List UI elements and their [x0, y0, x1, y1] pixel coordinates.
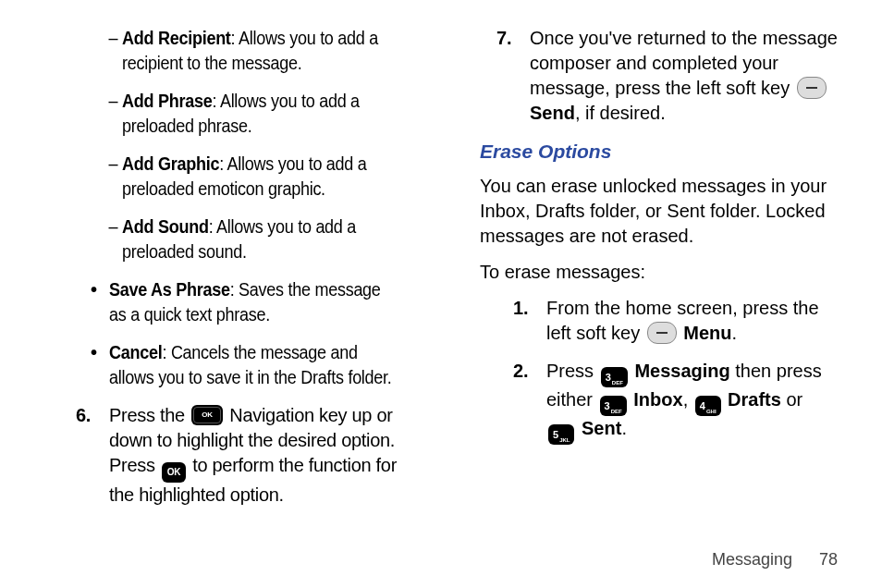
term: Save As Phrase [109, 279, 230, 300]
bold-label: Send [530, 103, 575, 123]
step-number: 6. [76, 403, 91, 428]
section-name: Messaging [712, 550, 792, 569]
key-3def-icon: 3DEF [600, 396, 627, 416]
text: Once you've returned to the message comp… [530, 28, 838, 98]
erase-step-1: 1. From the home screen, press the left … [513, 296, 845, 346]
text: . [732, 323, 738, 343]
key-3def-icon: 3DEF [601, 367, 628, 387]
text: or [781, 389, 802, 410]
text: , if desired. [575, 103, 666, 123]
bold-label: Messaging [634, 361, 729, 381]
bold-label: Sent [582, 418, 621, 438]
step-number: 1. [513, 296, 529, 321]
right-column: 7. Once you've returned to the message c… [458, 26, 845, 521]
page-number: 78 [819, 550, 838, 569]
opt-add-recipient: – Add Recipient: Allows you to add a rec… [122, 26, 424, 76]
bold-label: Inbox [633, 389, 682, 410]
step-7: 7. Once you've returned to the message c… [496, 26, 845, 126]
erase-intro-2: To erase messages: [480, 260, 845, 285]
opt-add-phrase: – Add Phrase: Allows you to add a preloa… [122, 89, 424, 139]
page-footer: Messaging 78 [712, 550, 838, 570]
opt-save-phrase: Save As Phrase: Saves the message as a q… [91, 277, 424, 327]
left-column: – Add Recipient: Allows you to add a rec… [37, 26, 424, 521]
opt-add-graphic: – Add Graphic: Allows you to add a prelo… [122, 152, 424, 202]
step-number: 7. [496, 26, 512, 51]
text: , [683, 389, 693, 410]
opt-add-sound: – Add Sound: Allows you to add a preload… [122, 214, 424, 264]
term: Add Sound [122, 216, 209, 237]
bold-label: Drafts [728, 389, 781, 410]
term: Add Phrase [122, 91, 212, 111]
softkey-icon [797, 77, 827, 99]
term: Add Recipient [122, 28, 231, 48]
term: Add Graphic [122, 153, 219, 174]
erase-options-heading: Erase Options [480, 139, 845, 165]
text: Press the [109, 405, 190, 425]
softkey-icon [647, 322, 677, 344]
step-6: 6. Press the Navigation key up or down t… [76, 403, 424, 508]
bold-label: Menu [683, 323, 731, 343]
opt-cancel: Cancel: Cancels the message and allows y… [91, 340, 424, 390]
term: Cancel [109, 342, 162, 362]
key-4ghi-icon: 4GHI [695, 396, 721, 416]
key-5jkl-icon: 5JKL [548, 424, 574, 445]
erase-intro-1: You can erase unlocked messages in your … [480, 174, 845, 249]
ok-key-icon: OK [162, 462, 186, 483]
text: Press [546, 361, 599, 381]
erase-step-2: 2. Press 3DEF Messaging then press eithe… [513, 359, 845, 445]
step-number: 2. [513, 359, 529, 384]
page-body: – Add Recipient: Allows you to add a rec… [0, 0, 882, 521]
text: . [621, 418, 627, 438]
nav-key-icon [191, 405, 223, 425]
